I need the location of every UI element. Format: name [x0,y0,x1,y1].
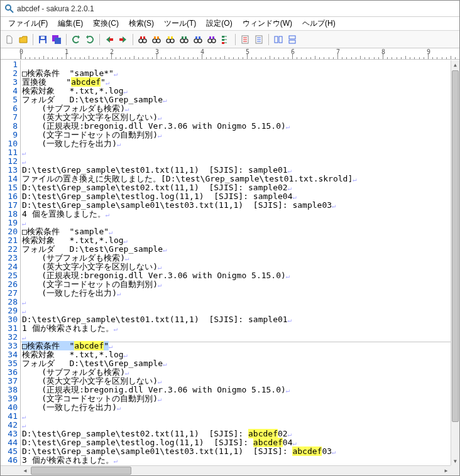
scroll-down-icon[interactable]: ▼ [451,457,459,465]
replace-icon[interactable] [178,33,190,46]
menu-item[interactable]: ツール(T) [159,17,201,30]
editor-line[interactable]: ↵ [22,333,459,342]
editor-line[interactable]: 検索対象 *.txt,*.log↵ [22,87,459,95]
text-content[interactable]: □検索条件 "sample*"↵置換後 "abcdef"↵検索対象 *.txt,… [21,60,459,475]
tile-vert-icon[interactable] [272,33,285,46]
editor-line[interactable]: ↵ [22,298,459,306]
menu-item[interactable]: ファイル(F) [3,17,53,30]
menu-item[interactable]: 変換(C) [88,17,124,30]
line-number: 40 [1,403,18,412]
editor-line[interactable]: D:\test\Grep_sample\test02.txt(11,1) [SJ… [22,430,459,438]
editor-line[interactable]: フォルダ D:\test\Grep_sample↵ [22,359,459,368]
editor-line[interactable]: (正規表現:bregonig.dll Ver.3.06 with Onigmo … [22,271,459,280]
editor-line[interactable] [22,60,459,69]
editor-line[interactable]: 3 個が検索されました。↵ [22,456,459,465]
editor-line[interactable]: D:\test\Grep_sample\testlog.log(11,1) [S… [22,438,459,447]
jump-fwd-icon[interactable] [117,33,129,46]
save-icon[interactable] [36,33,49,46]
editor-line[interactable]: (正規表現:bregonig.dll Ver.3.06 with Onigmo … [22,122,459,131]
editor-line[interactable]: (サブフォルダも検索)↵ [22,368,459,377]
outline-icon[interactable] [219,33,232,46]
editor-line[interactable]: (一致した行を出力)↵ [22,403,459,412]
open-file-icon[interactable] [17,33,30,46]
horizontal-scrollbar[interactable]: ◀ ▶ [1,465,451,475]
editor-line[interactable]: D:\test\Grep_sample\test01.txt(11,1) [SJ… [22,315,459,324]
editor-line[interactable]: (英大文字小文字を区別しない)↵ [22,262,459,271]
editor-line[interactable]: (サブフォルダも検索)↵ [22,254,459,262]
line-number: 7 [1,113,18,122]
editor-line[interactable]: D:\test\Grep_sample\sample01\test03.txt(… [22,447,459,456]
scroll-left-icon[interactable]: ◀ [21,466,30,475]
editor-line[interactable]: ファイルの置き換えに失敗しました。[D:\test\Grep_sample\te… [22,175,459,183]
editor-line[interactable]: ↵ [22,306,459,315]
editor-line[interactable]: D:\test\Grep_sample\test02.txt(11,1) [SJ… [22,183,459,192]
editor-line[interactable]: (文字コードセットの自動判別)↵ [22,131,459,139]
editor-line[interactable]: (英大文字小文字を区別しない)↵ [22,113,459,122]
editor-line[interactable]: 検索対象 *.txt,*.log↵ [22,236,459,245]
editor-line[interactable]: ↵ [22,148,459,157]
settings-icon[interactable] [239,33,251,46]
editor-line[interactable]: 1 個が検索されました。↵ [22,324,459,333]
return-mark-icon: ↵ [158,131,162,139]
editor-line[interactable]: フォルダ D:\test\Grep_sample↵ [22,95,459,104]
editor-line[interactable]: D:\test\Grep_sample\testlog.log(11,1) [S… [22,192,459,201]
svg-rect-33 [222,36,224,38]
menu-item[interactable]: 編集(E) [53,17,88,30]
editor-line[interactable]: (文字コードセットの自動判別)↵ [22,394,459,403]
menu-item[interactable]: ヘルプ(H) [297,17,341,30]
editor-line[interactable]: □検索条件 "abcdef"↵ [22,342,459,350]
search-next-icon[interactable] [150,33,163,46]
editor-line[interactable]: ↵ [22,412,459,421]
new-file-icon[interactable] [3,33,16,46]
svg-point-25 [194,39,198,43]
editor-line[interactable]: (サブフォルダも検索)↵ [22,104,459,113]
search-icon[interactable] [136,33,149,46]
vscroll-thumb[interactable] [452,70,459,422]
svg-point-18 [170,39,174,43]
editor-line[interactable]: (一致した行を出力)↵ [22,289,459,298]
save-all-icon[interactable] [50,33,63,46]
tile-horz-icon[interactable] [286,33,298,46]
editor-line[interactable]: (英大文字小文字を区別しない)↵ [22,377,459,386]
editor-line[interactable]: 検索対象 *.txt,*.log↵ [22,350,459,359]
editor-line[interactable]: □検索条件 "sample"↵ [22,227,459,236]
svg-rect-11 [140,36,142,39]
jump-back-icon[interactable] [103,33,116,46]
return-mark-icon: ↵ [117,140,121,148]
mark-icon[interactable] [205,33,218,46]
vertical-scrollbar[interactable]: ▲ ▼ [451,60,459,465]
grep-icon[interactable] [192,33,204,46]
editor-line[interactable]: フォルダ D:\test\Grep_sample↵ [22,245,459,254]
menu-item[interactable]: ウィンドウ(W) [238,17,297,30]
font-icon[interactable] [253,33,265,46]
scroll-right-icon[interactable]: ▶ [442,466,451,475]
line-number: 23 [1,254,18,262]
editor-line[interactable]: □検索条件 "sample*"↵ [22,69,459,78]
editor-line[interactable]: 4 個を置換しました。↵ [22,210,459,219]
editor-line[interactable]: D:\test\Grep_sample\sample01\test03.txt(… [22,201,459,210]
editor-line[interactable]: (正規表現:bregonig.dll Ver.3.06 with Onigmo … [22,386,459,394]
editor-line[interactable]: ↵ [22,421,459,430]
hscroll-thumb[interactable] [31,467,131,475]
redo-icon[interactable] [84,33,96,46]
svg-point-13 [153,39,156,43]
highlight-text: abcdef [248,429,278,438]
svg-rect-15 [154,36,156,39]
line-number: 3 [1,78,18,87]
svg-rect-34 [222,39,224,41]
editor-line[interactable]: (文字コードセットの自動判別)↵ [22,280,459,289]
search-prev-icon[interactable] [164,33,177,46]
editor-line[interactable]: (一致した行を出力)↵ [22,139,459,148]
editor-line[interactable]: ↵ [22,219,459,227]
editor-line[interactable]: 置換後 "abcdef"↵ [22,78,459,87]
editor-line[interactable]: D:\test\Grep_sample\test01.txt(11,1) [SJ… [22,166,459,175]
editor-line[interactable]: ↵ [22,157,459,166]
menu-item[interactable]: 設定(O) [201,17,237,30]
line-number: 24 [1,262,18,271]
text-segment: フォルダ D:\test\Grep_sample [22,359,163,368]
undo-icon[interactable] [70,33,82,46]
scroll-up-icon[interactable]: ▲ [451,60,459,69]
editor[interactable]: 1234567891011121314151617181920212223242… [1,60,459,475]
text-segment: 検索対象 *.txt,*.log [22,235,124,245]
menu-item[interactable]: 検索(S) [124,17,159,30]
